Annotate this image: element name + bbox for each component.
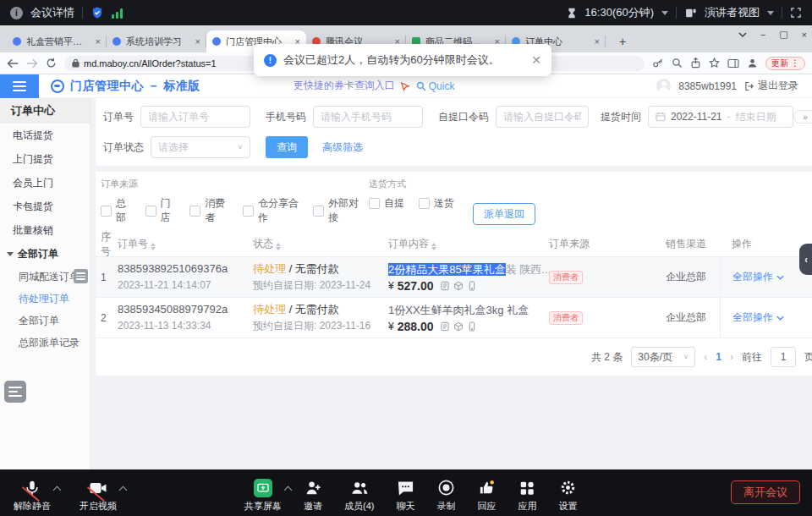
unmute-button[interactable]: 解除静音 bbox=[14, 478, 51, 513]
checkbox-warehouse-share[interactable]: 仓分享合作 bbox=[243, 196, 299, 225]
sidebar-item-batch-verify[interactable]: 批量核销 bbox=[0, 218, 90, 242]
checkbox-consumer[interactable]: 消费者 bbox=[189, 196, 228, 225]
prev-page-icon[interactable]: ‹ bbox=[704, 351, 707, 363]
members-button[interactable]: 成员(4) bbox=[344, 478, 374, 513]
quick-menu-icon[interactable] bbox=[4, 381, 26, 403]
browser-update-button[interactable]: 更新⋮ bbox=[765, 57, 805, 70]
share-icon[interactable] bbox=[690, 58, 701, 69]
order-status-select[interactable]: 请选择 ∨ bbox=[151, 136, 250, 158]
view-mode-button[interactable]: 演讲者视图 bbox=[705, 5, 760, 20]
checkbox-store[interactable]: 门店 bbox=[145, 196, 176, 225]
user-avatar[interactable] bbox=[656, 79, 671, 93]
forward-icon[interactable] bbox=[26, 58, 38, 69]
col-order-no[interactable]: 订单号 bbox=[118, 237, 253, 251]
sidebar-panel-icon[interactable] bbox=[727, 58, 739, 69]
sidebar-subitem-all-orders[interactable]: 全部订单 bbox=[0, 310, 90, 332]
goto-page-input[interactable] bbox=[771, 347, 796, 367]
logout-button[interactable]: 退出登录 bbox=[744, 79, 798, 93]
checkbox[interactable] bbox=[419, 198, 430, 209]
profile-icon[interactable] bbox=[747, 58, 758, 69]
gift-box-icon[interactable] bbox=[453, 321, 464, 332]
start-video-button[interactable]: 开启视频 bbox=[80, 478, 117, 513]
sidebar-item-member-visit[interactable]: 会员上门 bbox=[0, 171, 90, 195]
menu-toggle-button[interactable] bbox=[0, 74, 39, 98]
collapse-panel-button[interactable]: » bbox=[793, 110, 812, 124]
sort-icon[interactable] bbox=[151, 243, 156, 250]
sidebar-item-door-pickup[interactable]: 上门提货 bbox=[0, 147, 90, 171]
new-tab-button[interactable]: + bbox=[616, 35, 629, 48]
date-range-input[interactable]: 2022-11-21 - 结束日期 bbox=[648, 106, 793, 128]
checkbox-hq[interactable]: 总部 bbox=[101, 196, 131, 225]
record-button[interactable]: 录制 bbox=[436, 478, 455, 513]
next-page-icon[interactable]: › bbox=[730, 351, 733, 363]
phone-icon[interactable] bbox=[467, 321, 477, 332]
zoom-icon[interactable] bbox=[672, 58, 683, 69]
all-actions-dropdown[interactable]: 全部操作 bbox=[732, 310, 784, 325]
window-chevron-icon[interactable] bbox=[738, 32, 747, 37]
sidebar-section-all-orders[interactable]: 全部订单 bbox=[0, 242, 90, 266]
table-row[interactable]: 1 83859389251069376a 2023-11-21 14:14:07… bbox=[96, 257, 812, 298]
share-screen-button[interactable]: 共享屏幕 bbox=[244, 478, 282, 513]
close-tab-icon[interactable]: × bbox=[595, 37, 600, 47]
chevron-up-icon[interactable] bbox=[285, 486, 291, 491]
sort-icon[interactable] bbox=[431, 243, 436, 250]
table-row[interactable]: 2 83859345088979792a 2023-11-13 14:33:34… bbox=[96, 298, 812, 338]
sidebar-subitem-hq-dispatch-log[interactable]: 总部派单记录 bbox=[0, 332, 90, 354]
settings-button[interactable]: 设置 bbox=[558, 478, 577, 513]
checkbox[interactable] bbox=[189, 206, 200, 217]
side-panel-handle[interactable]: ‹ bbox=[799, 244, 812, 275]
invite-button[interactable]: 邀请 bbox=[304, 478, 322, 513]
current-page[interactable]: 1 bbox=[716, 351, 721, 363]
reactions-button[interactable]: 回应 bbox=[477, 478, 496, 513]
page-size-select[interactable]: 30条/页∨ bbox=[631, 347, 695, 367]
back-icon[interactable] bbox=[7, 58, 19, 69]
browser-tab[interactable]: 礼盒营销平台管理中心 × bbox=[7, 30, 107, 52]
list-toggle-icon[interactable] bbox=[74, 269, 88, 283]
chat-button[interactable]: 聊天 bbox=[396, 478, 414, 513]
checkbox-external[interactable]: 外部对接 bbox=[313, 196, 360, 225]
sidebar-item-phone-pickup[interactable]: 电话提货 bbox=[0, 124, 90, 147]
receipt-icon[interactable] bbox=[440, 281, 450, 291]
sidebar-subitem-pending-orders[interactable]: 待处理订单 bbox=[0, 288, 90, 310]
checkbox-self-pickup[interactable]: 自提 bbox=[369, 196, 404, 211]
shield-icon[interactable] bbox=[91, 6, 104, 19]
phone-icon[interactable] bbox=[467, 281, 477, 291]
coupon-query-entry-link[interactable]: 更快捷的券卡查询入口 bbox=[294, 79, 395, 93]
key-icon[interactable] bbox=[652, 58, 664, 69]
search-button[interactable]: 查询 bbox=[266, 136, 308, 158]
close-tab-icon[interactable]: × bbox=[96, 37, 101, 47]
chevron-up-icon[interactable] bbox=[120, 486, 126, 491]
network-signal-icon[interactable] bbox=[112, 8, 123, 19]
chevron-down-icon[interactable] bbox=[767, 11, 774, 15]
reload-icon[interactable] bbox=[46, 58, 57, 69]
sidebar-subitem-city-delivery[interactable]: 同城配送订单 bbox=[0, 266, 90, 288]
phone-input[interactable] bbox=[313, 106, 423, 128]
chevron-down-icon[interactable] bbox=[661, 11, 668, 15]
toast-close-icon[interactable]: ✕ bbox=[531, 53, 541, 67]
advanced-filter-link[interactable]: 高级筛选 bbox=[322, 140, 363, 155]
browser-tab[interactable]: 系统培训学习 × bbox=[107, 30, 206, 52]
dispatch-return-button[interactable]: 派单退回 bbox=[473, 203, 535, 225]
gift-box-icon[interactable] bbox=[453, 281, 464, 291]
chevron-up-icon[interactable] bbox=[54, 486, 60, 491]
col-content[interactable]: 订单内容 bbox=[388, 237, 549, 251]
checkbox[interactable] bbox=[313, 206, 324, 217]
window-restore-icon[interactable]: ▢ bbox=[779, 29, 787, 40]
checkbox[interactable] bbox=[243, 206, 254, 217]
checkbox[interactable] bbox=[101, 206, 112, 217]
quick-search-link[interactable]: Quick bbox=[416, 80, 455, 92]
meeting-details-button[interactable]: 会议详情 bbox=[30, 5, 74, 20]
leave-meeting-button[interactable]: 离开会议 bbox=[731, 480, 800, 504]
checkbox[interactable] bbox=[145, 206, 156, 217]
close-tab-icon[interactable]: × bbox=[195, 37, 200, 47]
sort-icon[interactable] bbox=[276, 243, 281, 250]
window-minimize-icon[interactable]: − bbox=[760, 30, 765, 40]
pickup-code-input[interactable] bbox=[496, 106, 589, 128]
star-icon[interactable] bbox=[709, 58, 720, 69]
checkbox[interactable] bbox=[369, 198, 380, 209]
all-actions-dropdown[interactable]: 全部操作 bbox=[732, 270, 784, 284]
apps-button[interactable]: 应用 bbox=[518, 478, 536, 513]
checkbox-delivery[interactable]: 送货 bbox=[419, 196, 454, 211]
sidebar-item-card-pickup[interactable]: 卡包提货 bbox=[0, 195, 90, 218]
window-close-icon[interactable]: × bbox=[802, 30, 807, 40]
